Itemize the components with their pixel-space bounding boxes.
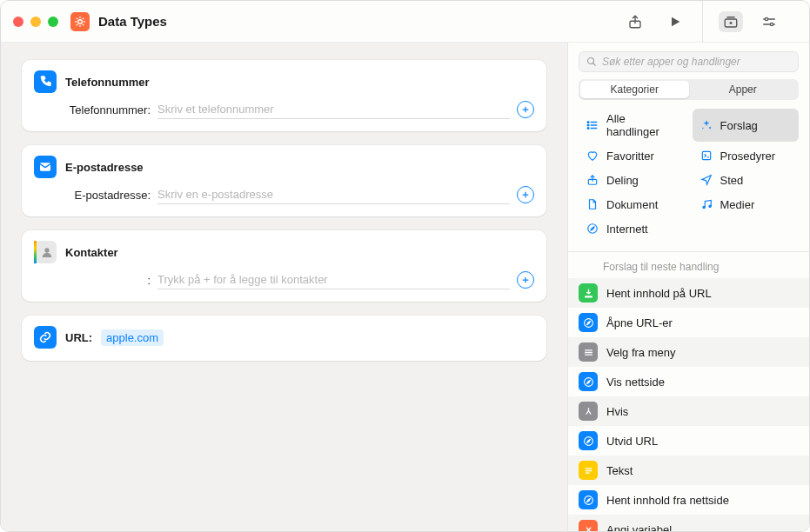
suggestion-item[interactable]: Hent innhold fra nettside xyxy=(568,485,809,515)
safari-icon xyxy=(586,222,599,236)
sparkle-icon xyxy=(700,118,713,132)
svg-point-10 xyxy=(587,128,589,130)
svg-rect-16 xyxy=(585,296,592,297)
category-item[interactable]: Favoritter xyxy=(579,145,686,166)
script-icon xyxy=(700,149,713,163)
category-label: Medier xyxy=(720,198,755,211)
suggestion-label: Tekst xyxy=(606,464,633,477)
field-label: : xyxy=(37,274,151,287)
suggestion-item[interactable]: Hent innhold på URL xyxy=(568,278,809,308)
window-controls xyxy=(13,17,58,27)
add-variable-button[interactable] xyxy=(517,101,534,118)
field-input[interactable] xyxy=(157,100,510,119)
share-icon xyxy=(586,173,599,187)
add-variable-button[interactable] xyxy=(517,186,534,203)
field-input[interactable] xyxy=(157,185,510,204)
suggestion-label: Velg fra meny xyxy=(606,346,676,359)
svg-point-15 xyxy=(588,224,598,234)
settings-toggle-button[interactable] xyxy=(757,11,781,32)
category-label: Internett xyxy=(606,223,648,236)
category-label: Deling xyxy=(606,174,639,187)
actions-sidebar: Kategorier Apper Alle handlingerForslagF… xyxy=(567,43,809,531)
search-field[interactable] xyxy=(579,51,799,72)
action-card-url[interactable]: URL: apple.com xyxy=(22,316,546,361)
svg-point-13 xyxy=(702,206,704,208)
field-input[interactable] xyxy=(157,270,510,289)
link-icon xyxy=(34,326,57,349)
music-icon xyxy=(700,197,713,211)
location-icon xyxy=(700,173,713,187)
shortcut-app-icon xyxy=(70,12,90,31)
suggestion-item[interactable]: Utvid URL xyxy=(568,426,809,456)
heart-icon xyxy=(586,149,599,163)
suggestion-item[interactable]: Tekst xyxy=(568,456,809,485)
action-card[interactable]: Kontakter : xyxy=(22,230,546,302)
suggestion-item[interactable]: Vis nettside xyxy=(568,367,809,396)
menu-icon xyxy=(579,342,598,362)
window-body: Telefonnummer Telefonnummer: E-postadres… xyxy=(1,43,809,531)
category-item[interactable]: Internett xyxy=(579,218,686,239)
add-variable-button[interactable] xyxy=(517,271,534,289)
svg-point-0 xyxy=(78,19,83,23)
text-icon xyxy=(579,461,598,480)
download-icon xyxy=(579,283,598,303)
titlebar: Data Types xyxy=(1,1,809,43)
suggestions-header: Forslag til neste handling xyxy=(568,252,809,278)
field-label: E-postadresse: xyxy=(37,189,151,202)
contacts-icon xyxy=(34,241,57,263)
category-label: Prosedyrer xyxy=(720,150,776,163)
category-item[interactable]: Sted xyxy=(693,170,800,190)
workflow-editor[interactable]: Telefonnummer Telefonnummer: E-postadres… xyxy=(1,43,567,531)
category-label: Sted xyxy=(720,174,744,187)
suggestion-item[interactable]: Hvis xyxy=(568,396,809,426)
share-button[interactable] xyxy=(626,12,645,31)
safari-white-icon xyxy=(579,372,598,391)
category-item[interactable]: Prosedyrer xyxy=(693,145,800,166)
url-value-token[interactable]: apple.com xyxy=(101,329,164,346)
suggestion-item[interactable]: Velg fra meny xyxy=(568,337,809,367)
category-label: Dokument xyxy=(606,198,658,211)
suggestion-label: Åpne URL-er xyxy=(606,316,673,329)
card-title: Telefonnummer xyxy=(65,76,150,89)
svg-point-8 xyxy=(587,122,589,123)
segment-categories[interactable]: Kategorier xyxy=(580,81,689,98)
suggestion-label: Hent innhold fra nettside xyxy=(606,494,729,507)
svg-point-6 xyxy=(44,248,49,252)
library-toggle-button[interactable] xyxy=(719,11,743,32)
action-card[interactable]: E-postadresse E-postadresse: xyxy=(22,145,546,216)
toolbar-sidebar-controls xyxy=(703,11,797,32)
category-item[interactable]: Alle handlinger xyxy=(579,109,686,142)
close-window-button[interactable] xyxy=(13,17,23,27)
run-button[interactable] xyxy=(666,12,685,31)
svg-point-4 xyxy=(770,23,773,25)
safari-white-icon xyxy=(579,313,598,332)
category-item[interactable]: Deling xyxy=(579,170,686,190)
category-item[interactable]: Dokument xyxy=(579,194,686,215)
search-input[interactable] xyxy=(602,56,791,68)
segment-apps[interactable]: Apper xyxy=(689,81,798,98)
toolbar-right xyxy=(626,12,693,31)
safari-white-icon xyxy=(579,431,598,450)
category-item[interactable]: Forslag xyxy=(693,109,800,142)
zoom-window-button[interactable] xyxy=(48,17,58,27)
segmented-control: Kategorier Apper xyxy=(579,79,799,100)
svg-point-7 xyxy=(588,58,594,64)
suggestion-label: Vis nettside xyxy=(606,376,665,389)
variable-icon xyxy=(579,520,598,531)
category-label: Favoritter xyxy=(606,150,654,163)
url-card-title: URL: xyxy=(65,331,92,344)
field-label: Telefonnummer: xyxy=(37,103,151,116)
branch-icon xyxy=(579,402,598,421)
minimize-window-button[interactable] xyxy=(30,17,41,27)
card-title: E-postadresse xyxy=(65,161,144,174)
window-title: Data Types xyxy=(98,14,167,29)
suggestion-item[interactable]: Angi variabel xyxy=(568,515,809,531)
category-item[interactable]: Medier xyxy=(693,194,800,215)
search-icon xyxy=(586,57,597,67)
suggestions-list: Hent innhold på URLÅpne URL-erVelg fra m… xyxy=(568,278,809,531)
app-window: Data Types Telefonnummer xyxy=(0,0,810,532)
svg-point-14 xyxy=(708,205,710,207)
action-card[interactable]: Telefonnummer Telefonnummer: xyxy=(22,60,546,131)
suggestion-item[interactable]: Åpne URL-er xyxy=(568,308,809,337)
svg-point-3 xyxy=(765,17,767,20)
